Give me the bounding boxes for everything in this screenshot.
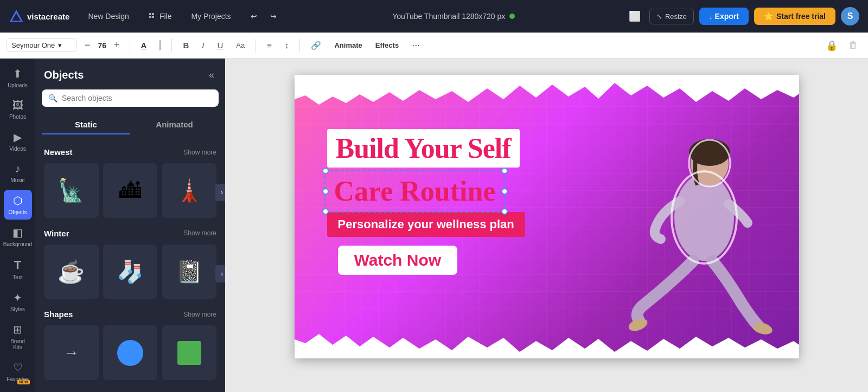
object-eiffel[interactable]: 🗼 [162,163,216,218]
save-status-dot [509,14,515,19]
sidebar-item-label-uploads: Uploads [8,82,28,88]
text-color-button[interactable]: A [137,38,151,52]
shapes-title: Shapes [44,310,73,319]
effects-button[interactable]: Effects [371,39,403,52]
avatar[interactable]: S [841,7,859,25]
objects-icon: ⬡ [13,194,22,207]
svg-rect-3 [152,13,154,15]
logo-text: vistacreate [27,12,69,21]
canvas-subtext: Personalize your wellness plan [327,212,525,237]
object-statue[interactable]: 🗽 [44,163,99,218]
handle-top-right[interactable] [501,168,508,174]
lock-icon[interactable]: 🔒 [822,36,841,55]
search-input[interactable] [62,94,212,102]
trial-icon: ⭐ [764,12,773,21]
font-size-increase-button[interactable]: + [111,38,123,52]
file-button[interactable]: File [143,9,177,24]
underline-button[interactable]: U [213,38,227,52]
sidebar-item-brand-kits[interactable]: ⊞ Brand Kits [4,319,32,355]
font-color-icon: A [141,41,147,50]
resize-button[interactable]: ⤡ Resize [649,9,694,24]
objects-panel: Objects « 🔍 Static Animated Newest Show … [35,59,225,392]
city-icon: 🏙 [119,178,141,203]
handle-bottom-left[interactable] [322,208,329,215]
handle-right[interactable] [501,188,508,195]
shapes-show-more-button[interactable]: Show more [183,311,216,318]
font-size-decrease-button[interactable]: − [81,38,94,52]
sidebar-item-objects[interactable]: ⬡ Objects [4,190,32,220]
objects-title: Objects [44,69,84,81]
sidebar-item-label-background: Background [3,241,32,247]
sidebar-item-label-objects: Objects [9,209,27,215]
sidebar-item-text[interactable]: T Text [4,254,32,285]
case-button[interactable]: Aa [232,39,249,52]
search-icon: 🔍 [48,94,58,102]
arrow-shape-icon: → [63,344,79,362]
object-notebook[interactable]: 📓 [162,245,216,299]
doc-title-area: YouTube Thumbnail 1280x720 px [291,12,617,21]
object-city[interactable]: 🏙 [103,163,158,218]
link-button[interactable]: 🔗 [307,38,326,53]
sidebar-item-videos[interactable]: ▶ Videos [4,126,32,156]
sidebar-item-styles[interactable]: ✦ Styles [4,287,32,317]
winter-section-header: Winter Show more [35,224,225,242]
canvas-area[interactable]: Build Your Self Care Routine Personaliz [225,59,868,392]
font-name: Seymour One [11,41,55,49]
tab-animated[interactable]: Animated [130,115,219,134]
doc-title: YouTube Thumbnail 1280x720 px [392,12,505,21]
font-selector[interactable]: Seymour One ▾ [7,38,77,52]
winter-next-arrow[interactable]: › [215,265,225,282]
resize-icon: ⤡ [656,12,662,21]
more-options-button[interactable]: ··· [407,37,424,53]
italic-button[interactable]: I [197,38,208,52]
side-panel: ⬆ Uploads 🖼 Photos ▶ Videos ♪ Music ⬡ Ob… [0,59,35,392]
animate-button[interactable]: Animate [330,39,366,52]
export-button[interactable]: ↓ Export [699,8,749,25]
bold-button[interactable]: B [178,38,193,52]
tab-static[interactable]: Static [42,115,130,134]
shape-circle[interactable] [103,325,158,380]
handle-top-left[interactable] [322,168,329,174]
handle-bottom-right[interactable] [501,208,508,215]
transparency-icon [159,40,161,50]
canvas-care-routine-text: Care Routine [328,173,502,209]
undo-button[interactable]: ↩ [245,9,263,24]
transparency-button[interactable] [155,38,165,52]
sidebar-item-photos[interactable]: 🖼 Photos [4,95,32,124]
shape-arrow[interactable]: → [44,325,99,380]
line-height-button[interactable]: ↕ [280,38,293,52]
fullscreen-icon[interactable]: ⬜ [626,7,644,25]
object-sock[interactable]: 🧦 [103,245,158,299]
eiffel-icon: 🗼 [176,178,203,203]
sidebar-item-uploads[interactable]: ⬆ Uploads [4,63,32,93]
svg-rect-4 [149,16,151,18]
sidebar-item-background[interactable]: ◧ Background [4,222,32,252]
newest-next-arrow[interactable]: › [215,184,225,201]
newest-show-more-button[interactable]: Show more [183,149,216,156]
collapse-panel-button[interactable]: « [207,67,216,83]
align-button[interactable]: ≡ [263,38,276,52]
sidebar-item-music[interactable]: ♪ Music [4,158,32,188]
sidebar-item-favorites[interactable]: ♡ Favorites NEW [4,357,32,387]
svg-rect-5 [152,16,154,18]
delete-icon[interactable]: 🗑 [845,36,861,54]
canvas-cta-text: Watch Now [338,246,458,275]
divider-2 [171,39,172,52]
sidebar-item-label-photos: Photos [9,114,26,120]
sidebar-item-label-music: Music [10,177,24,183]
trial-button[interactable]: ⭐ Start free trial [754,8,835,25]
sidebar-item-label-videos: Videos [9,146,25,152]
new-design-button[interactable]: New Design [82,9,134,24]
cocoa-icon: ☕ [58,259,85,285]
shape-rect[interactable] [162,325,216,380]
handle-left[interactable] [322,188,329,195]
logo[interactable]: vistacreate [9,9,69,24]
svg-point-6 [674,174,734,261]
winter-grid: ☕ 🧦 📓 › [35,242,225,306]
canvas-selected-text-container[interactable]: Care Routine [324,170,506,213]
nav-right: ⬜ ⤡ Resize ↓ Export ⭐ Start free trial S [626,7,859,25]
my-projects-button[interactable]: My Projects [186,9,236,24]
winter-show-more-button[interactable]: Show more [183,229,216,237]
object-cocoa[interactable]: ☕ [44,245,99,299]
redo-button[interactable]: ↪ [265,9,282,24]
